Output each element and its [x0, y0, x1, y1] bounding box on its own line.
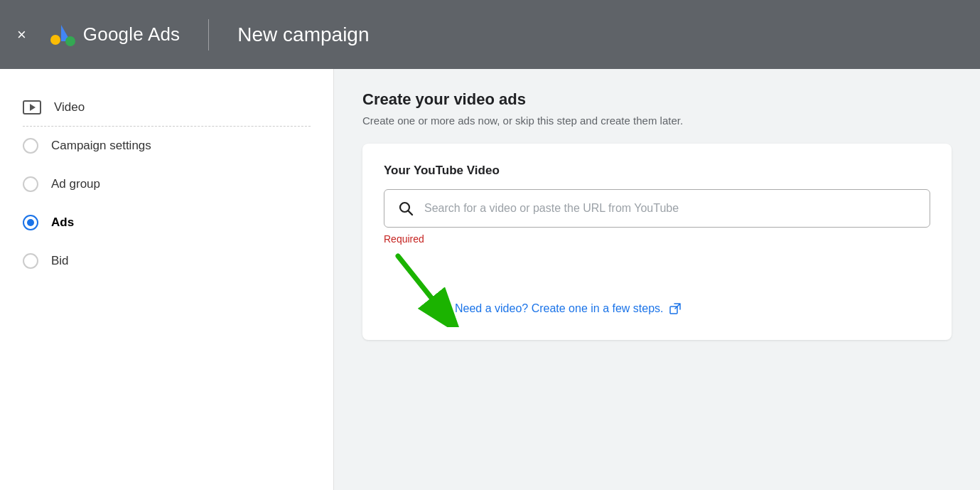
sidebar-item-ad-group[interactable]: Ad group — [0, 165, 333, 203]
sidebar-label-ads: Ads — [51, 215, 74, 230]
search-placeholder: Search for a video or paste the URL from… — [424, 202, 679, 215]
radio-campaign-settings[interactable] — [23, 138, 38, 154]
brand-name: Google Ads — [83, 23, 180, 46]
play-triangle-icon — [30, 104, 36, 111]
sidebar-label-bid: Bid — [51, 254, 69, 268]
radio-ad-group[interactable] — [23, 176, 38, 192]
sidebar-item-bid[interactable]: Bid — [0, 242, 333, 280]
app-header: × Google Ads New campaign — [0, 0, 980, 69]
content-area: Create your video ads Create one or more… — [334, 69, 980, 490]
svg-point-1 — [65, 36, 75, 46]
content-title: Create your video ads — [362, 90, 952, 109]
video-icon — [23, 100, 41, 114]
sidebar-label-video: Video — [54, 100, 85, 114]
need-video-text[interactable]: Need a video? Create one in a few steps. — [455, 302, 664, 315]
svg-point-0 — [50, 35, 60, 45]
radio-bid[interactable] — [23, 253, 38, 269]
svg-line-5 — [398, 256, 441, 309]
card-section-title: Your YouTube Video — [384, 164, 930, 178]
close-button[interactable]: × — [17, 26, 26, 44]
green-arrow-icon — [377, 249, 476, 327]
sidebar-item-ads[interactable]: Ads — [0, 203, 333, 242]
external-link-icon — [669, 303, 681, 314]
google-ads-logo: Google Ads — [46, 20, 180, 50]
svg-line-3 — [409, 211, 413, 215]
sidebar-item-video[interactable]: Video — [0, 89, 333, 126]
sidebar-item-campaign-settings[interactable]: Campaign settings — [0, 127, 333, 165]
search-icon — [397, 200, 414, 217]
content-subtitle: Create one or more ads now, or skip this… — [362, 114, 952, 127]
page-title: New campaign — [237, 23, 369, 46]
main-container: Video Campaign settings Ad group Ads Bid… — [0, 69, 980, 490]
video-search-box[interactable]: Search for a video or paste the URL from… — [384, 189, 930, 228]
required-label: Required — [384, 233, 930, 245]
sidebar-label-campaign-settings: Campaign settings — [51, 139, 151, 153]
sidebar-label-ad-group: Ad group — [51, 177, 100, 191]
radio-ads[interactable] — [23, 215, 38, 230]
header-divider — [208, 19, 209, 50]
video-card: Your YouTube Video Search for a video or… — [362, 144, 952, 340]
sidebar: Video Campaign settings Ad group Ads Bid — [0, 69, 334, 490]
arrow-section: Need a video? Create one in a few steps. — [384, 256, 930, 320]
need-video-link[interactable]: Need a video? Create one in a few steps. — [455, 302, 681, 315]
google-ads-logo-icon — [46, 20, 76, 50]
